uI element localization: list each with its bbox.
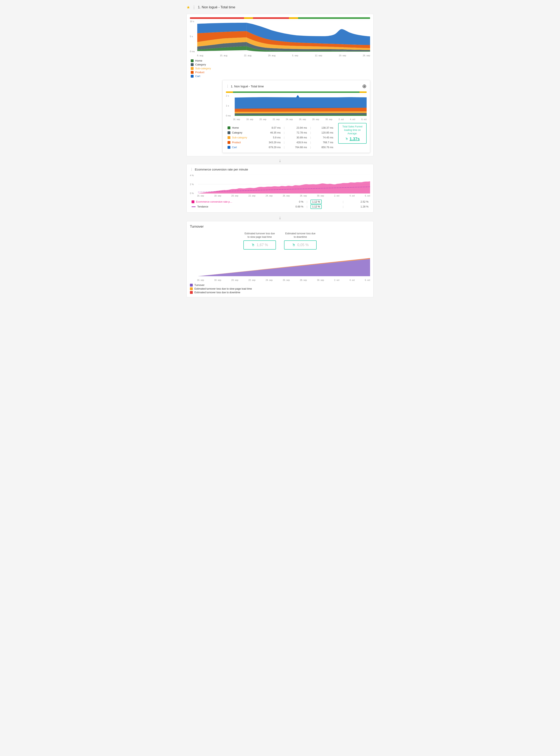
turnover-icon-2: 🖱 [292, 243, 296, 247]
turnover-boxes: Estimated turnover loss due to slow page… [190, 232, 370, 250]
y-label-top: 10 s [190, 20, 197, 23]
cat-v2: 72.78 ms [286, 130, 308, 135]
turnover-legend-1-label: Estimated turnover loss due to slow page… [194, 287, 252, 290]
cat-v3: 120.85 ms [313, 130, 335, 135]
product-dot [191, 71, 194, 74]
turnover-legend-0-label: Turnover [194, 284, 204, 287]
ecomm-r2-v3: 1.28 % [345, 204, 370, 209]
product-v3: 768.7 ms [313, 140, 335, 145]
subcategory-dot [191, 67, 194, 70]
x-label-4: 5. sep [292, 54, 298, 57]
turnover-icon-1: 🖱 [251, 243, 255, 247]
cat-v1: 46.35 ms [260, 130, 282, 135]
legend-item-subcategory: Sub-category [191, 67, 370, 70]
zoom-x-labels: 16. sep 18. sep 20. sep 22. sep 24. sep … [226, 118, 367, 121]
category-label: Category [195, 63, 206, 66]
turnover-val1: 1,67 % [257, 243, 268, 247]
ecomm-row2-label: Tendance [197, 205, 208, 208]
arrow-2: ↓ [186, 215, 374, 220]
turnover-box1-label: Estimated turnover loss due to slow page… [243, 232, 276, 239]
home-v2: 23.94 ms [286, 125, 308, 130]
product-v2: 428.9 ms [286, 140, 308, 145]
ecommerce-chart-area: 4 % 2 % 0 % [190, 174, 370, 194]
zoom-chart-area: 2 s 1 s 0 ms [226, 94, 367, 117]
x-label-6: 19. sep [339, 54, 346, 57]
highlight-value: 1.37s [349, 136, 360, 142]
row-label-subcat: Sub-category [232, 136, 247, 139]
turnover-dot [190, 284, 193, 287]
zoom-detail-table: Home 8.07 ms | 23.94 ms | 138.37 ms Cate… [226, 125, 335, 150]
zoom-panel-title: ⋮ 1. Non logué - Total time [226, 84, 264, 88]
downtime-dot [190, 291, 193, 294]
x-label-0: 8. aug [197, 54, 203, 57]
turnover-x-labels: 16. sep 18. sep 20. sep 22. sep 24. sep … [190, 279, 370, 281]
table-row: Category 46.35 ms | 72.78 ms | 120.85 ms [226, 130, 335, 135]
turnover-box2-value: 🖱 0,05 % [284, 240, 317, 250]
main-chart-area: 10 s 5 s 0 ms [190, 20, 370, 52]
product-v1: 343.29 ms [260, 140, 282, 145]
home-label: Home [195, 59, 202, 62]
legend-item-home: Home [191, 59, 370, 62]
turnover-legend-2-label: Estimated turnover loss due to downtime [194, 291, 240, 294]
main-chart-svg [190, 20, 370, 52]
x-label-7: 26. sep [363, 54, 370, 57]
turnover-legend-item-0: Turnover [190, 284, 370, 287]
home-v1: 8.07 ms [260, 125, 282, 130]
page-header: ★ ⋮ 1. Non logué - Total time [186, 4, 374, 10]
y-label-bot: 0 ms [190, 50, 197, 52]
zoom-chart-svg [226, 94, 367, 117]
turnover-legend: Turnover Estimated turnover loss due to … [190, 284, 370, 294]
table-row: Ecommerce conversion rate p… 0 % | 1.12 … [190, 200, 370, 204]
row-label-product: Product [232, 141, 241, 144]
cart-label: Cart [195, 75, 200, 78]
ecommerce-panel-title: ⋮ Ecommerce conversion rate per minute [190, 167, 370, 171]
turnover-legend-item-1: Estimated turnover loss due to slow page… [190, 287, 370, 290]
arrow-1: ↓ [186, 158, 374, 163]
ecomm-r1-v3: 2.52 % [345, 200, 370, 204]
category-dot [191, 63, 194, 66]
ecommerce-panel: ⋮ Ecommerce conversion rate per minute 4… [186, 164, 374, 213]
table-row: Sub-category 5.9 ms | 30.89 ms | 74.45 m… [226, 135, 335, 140]
ecomm-r2-v2-highlighted: 1.12 % [311, 205, 322, 209]
zoom-magnifier-icon[interactable]: ⊕ [362, 83, 367, 89]
table-row: Home 8.07 ms | 23.94 ms | 138.37 ms [226, 125, 335, 130]
zoom-timeline-bar [226, 91, 367, 93]
row-label-cat: Category [232, 131, 242, 134]
zoom-panel-menu-icon[interactable]: ⋮ [226, 84, 229, 88]
subcat-v2: 30.89 ms [286, 135, 308, 140]
x-label-3: 29. aug [268, 54, 276, 57]
legend-item-product: Product [191, 71, 370, 74]
ecomm-r2-v1: 0.69 % [280, 204, 305, 209]
turnover-y-labels [190, 253, 197, 277]
cart-v1: 679.29 ms [260, 145, 282, 150]
table-row: Product 343.29 ms | 428.9 ms | 768.7 ms [226, 140, 335, 145]
highlight-box-wrap: Total Sales Funnel loading time on Avera… [338, 123, 367, 144]
turnover-chart-svg [190, 253, 370, 277]
zoom-detail-table-wrap: Home 8.07 ms | 23.94 ms | 138.37 ms Cate… [226, 123, 335, 150]
ecomm-row1-label: Ecommerce conversion rate p… [196, 201, 233, 203]
subcat-v1: 5.9 ms [260, 135, 282, 140]
turnover-box-downtime: Estimated turnover loss due to downtime … [284, 232, 317, 250]
zoom-detail-section: Home 8.07 ms | 23.94 ms | 138.37 ms Cate… [226, 123, 367, 150]
legend-item-category: Category [191, 63, 370, 66]
header-menu-icon[interactable]: ⋮ [192, 5, 196, 9]
turnover-box1-value: 🖱 1,67 % [243, 240, 276, 250]
subcategory-label: Sub-category [195, 67, 211, 70]
zoom-panel: ⋮ 1. Non logué - Total time ⊕ 2 s 1 s 0 … [222, 80, 370, 153]
turnover-box-slowload: Estimated turnover loss due to slow page… [243, 232, 276, 250]
ecomm-y-labels: 4 % 2 % 0 % [190, 174, 197, 194]
ecommerce-menu-icon[interactable]: ⋮ [190, 167, 193, 171]
main-chart-section: 10 s 5 s 0 ms [186, 14, 374, 156]
ecommerce-chart-svg [190, 174, 370, 194]
x-label-2: 22. aug [244, 54, 252, 57]
main-chart-x-labels: 8. aug 15. aug 22. aug 29. aug 5. sep 12… [190, 54, 370, 57]
main-chart-y-labels: 10 s 5 s 0 ms [190, 20, 197, 52]
star-icon[interactable]: ★ [186, 5, 190, 10]
turnover-chart-area [190, 253, 370, 277]
ecommerce-title-text: Ecommerce conversion rate per minute [195, 168, 248, 171]
home-v3: 138.37 ms [313, 125, 335, 130]
ecomm-r1-v1: 0 % [280, 200, 305, 204]
x-label-1: 15. aug [220, 54, 227, 57]
row-label-cart: Cart [232, 146, 237, 149]
table-row: Cart 679.29 ms | 764.68 ms | 850.76 ms [226, 145, 335, 150]
